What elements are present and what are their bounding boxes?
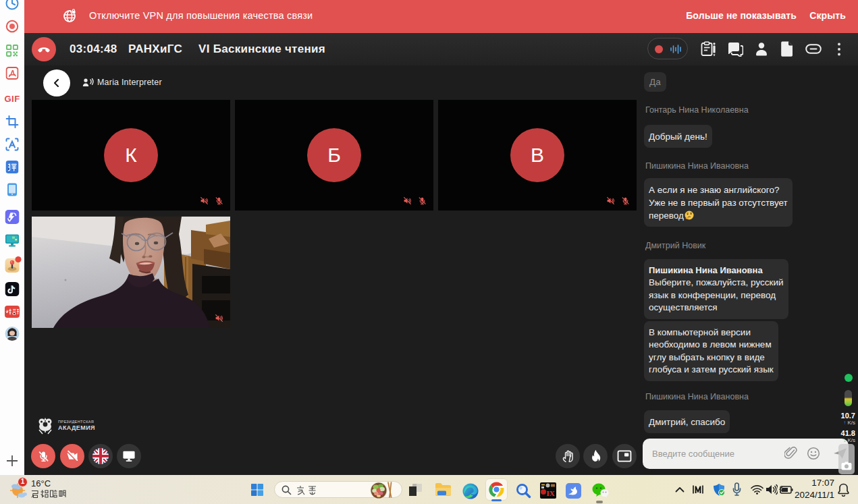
svg-text:IX: IX: [547, 489, 555, 497]
